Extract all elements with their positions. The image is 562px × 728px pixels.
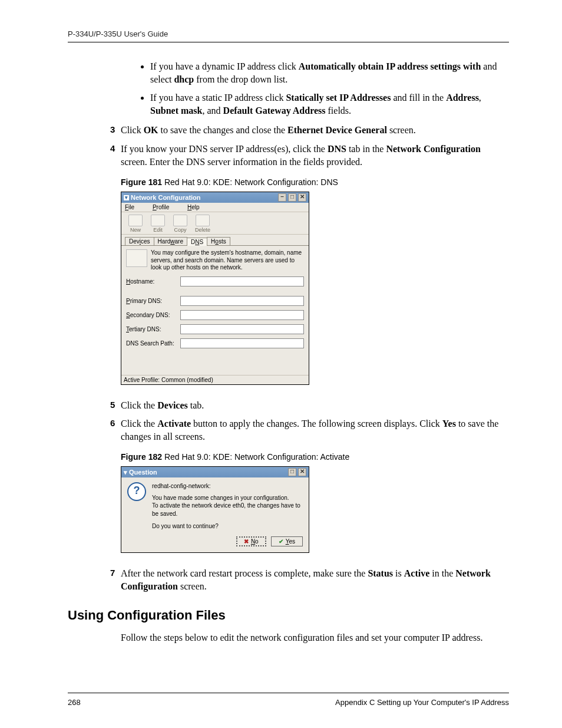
bullet-static-ip: If you have a static IP address click St… [150, 91, 509, 117]
tabstrip: Devices Hardware DNS Hosts [121, 235, 309, 246]
running-head: P-334U/P-335U User's Guide [68, 29, 509, 38]
question-icon: ? [127, 482, 146, 501]
maximize-button[interactable]: □ [288, 193, 296, 202]
tertiary-dns-input[interactable] [180, 324, 304, 334]
bullet-list: If you have a dynamic IP address click A… [121, 60, 509, 117]
question-text: redhat-config-network: You have made som… [152, 482, 303, 531]
step-number: 3 [110, 124, 115, 136]
step-7: 7 After the network card restart process… [121, 567, 509, 592]
dns-info-text: You may configure the system's hostname,… [151, 249, 304, 272]
step-5: 5 Click the Devices tab. [121, 399, 509, 412]
step-number: 7 [110, 567, 115, 579]
ok-icon: ✔ [279, 538, 283, 545]
window-title: Network Configuration [131, 194, 276, 201]
body-paragraph: Follow the steps below to edit the netwo… [121, 631, 509, 644]
minimize-button[interactable]: – [278, 193, 286, 202]
section-heading: Using Configuration Files [68, 608, 509, 623]
figure-181-caption: Figure 181 Red Hat 9.0: KDE: Network Con… [121, 177, 509, 187]
tab-hardware[interactable]: Hardware [154, 237, 187, 245]
close-button[interactable]: ✕ [298, 193, 306, 202]
step-number: 5 [110, 399, 115, 411]
step-3: 3 Click OK to save the changes and close… [121, 124, 509, 137]
close-button[interactable]: ✕ [298, 468, 306, 476]
delete-button[interactable]: Delete [192, 215, 213, 233]
secondary-dns-input[interactable] [180, 310, 304, 320]
bullet-dynamic-ip: If you have a dynamic IP address click A… [150, 60, 509, 85]
copy-icon [173, 215, 187, 226]
question-dialog: ▾ Question □ ✕ ? redhat-config-network: … [121, 466, 309, 553]
no-button[interactable]: ✖ No [236, 536, 266, 546]
step-6: 6 Click the Activate button to apply the… [121, 417, 509, 443]
primary-dns-label: Primary DNS: [126, 298, 177, 304]
secondary-dns-label: Secondary DNS: [126, 312, 177, 318]
edit-icon [151, 215, 165, 226]
figure-182-caption: Figure 182 Red Hat 9.0: KDE: Network Con… [121, 452, 509, 462]
new-button[interactable]: New [125, 215, 146, 233]
menu-file[interactable]: File [125, 204, 143, 210]
page-number: 268 [68, 698, 81, 707]
menubar: File Profile Help [121, 203, 309, 212]
step-number: 4 [110, 143, 115, 154]
window-menu-icon[interactable]: ▾ [124, 195, 129, 200]
delete-icon [196, 215, 210, 226]
appendix-label: Appendix C Setting up Your Computer's IP… [335, 698, 509, 707]
dns-info-icon [126, 249, 147, 267]
window-title: Question [129, 469, 286, 476]
edit-button[interactable]: Edit [147, 215, 168, 233]
titlebar[interactable]: ▾ Question □ ✕ [121, 467, 309, 477]
dns-panel: You may configure the system's hostname,… [121, 246, 309, 375]
tab-hosts[interactable]: Hosts [207, 237, 230, 245]
menu-profile[interactable]: Profile [153, 204, 177, 210]
toolbar: New Edit Copy Delete [121, 212, 309, 235]
tab-devices[interactable]: Devices [125, 237, 154, 245]
maximize-button[interactable]: □ [288, 468, 296, 476]
search-path-input[interactable] [180, 338, 304, 348]
top-rule [68, 42, 509, 42]
page-footer: 268 Appendix C Setting up Your Computer'… [68, 693, 509, 707]
network-config-dialog: ▾ Network Configuration – □ ✕ File Profi… [121, 192, 309, 385]
cancel-icon: ✖ [244, 538, 249, 545]
step-4: 4 If you know your DNS server IP address… [121, 143, 509, 168]
yes-button[interactable]: ✔ Yes [271, 536, 303, 546]
window-menu-icon[interactable]: ▾ [124, 469, 127, 476]
menu-help[interactable]: Help [187, 204, 208, 210]
new-icon [128, 215, 143, 226]
tab-dns[interactable]: DNS [187, 238, 207, 246]
search-path-label: DNS Search Path: [126, 340, 177, 347]
step-number: 6 [110, 417, 115, 429]
hostname-input[interactable] [180, 276, 304, 286]
tertiary-dns-label: Tertiary DNS: [126, 326, 177, 332]
titlebar[interactable]: ▾ Network Configuration – □ ✕ [121, 192, 309, 203]
copy-button[interactable]: Copy [170, 215, 191, 233]
hostname-label: Hostname: [126, 278, 177, 285]
statusbar: Active Profile: Common (modified) [121, 375, 309, 384]
primary-dns-input[interactable] [180, 296, 304, 306]
